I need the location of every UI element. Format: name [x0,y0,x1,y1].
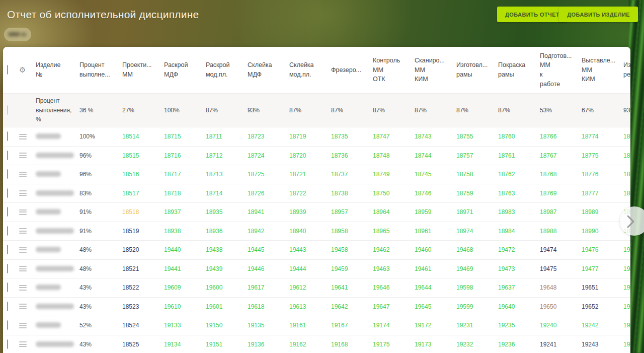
add-report-button[interactable]: ДОБАВИТЬ ОТЧЕТ [497,7,568,22]
table-row[interactable]: 43% 185231961019601196181961319642196471… [3,297,630,316]
op-number[interactable]: 19460 [415,246,456,253]
table-row[interactable]: 48% 185211944119439194461944419459194631… [3,259,630,278]
op-number[interactable]: 19458 [331,246,373,253]
op-number[interactable]: 19596 [623,303,630,310]
table-row[interactable]: 43% 185221960919600196171961219641196461… [3,278,630,297]
op-number[interactable]: 18723 [248,133,289,140]
op-number[interactable]: 18750 [373,190,415,197]
op-number[interactable]: 18522 [122,284,164,291]
op-number[interactable]: 18964 [373,208,415,216]
op-number[interactable]: 18769 [540,190,582,197]
table-row[interactable]: 91% 185181893718935189411893918957189641… [3,202,630,222]
op-number[interactable]: 19650 [540,303,582,310]
add-item-button[interactable]: ДОБАВИТЬ ИЗДЕЛИЕ [559,7,638,22]
op-number[interactable]: 19477 [582,265,623,272]
op-number[interactable]: 18965 [373,228,415,235]
row-checkbox[interactable] [7,264,19,273]
table-row[interactable]: 52% 185241913319150191351916119167191741… [3,316,630,335]
op-number[interactable]: 18725 [248,171,289,178]
masked-chip[interactable] [4,28,31,41]
row-checkbox[interactable] [7,227,19,236]
op-number[interactable]: 19446 [248,265,289,272]
op-number[interactable]: 18721 [289,171,331,178]
op-number[interactable]: 19645 [415,303,456,310]
op-number[interactable]: 19648 [540,284,582,291]
op-number[interactable]: 18961 [415,228,456,235]
op-number[interactable]: 19474 [540,246,582,253]
op-number[interactable]: 18763 [498,190,540,197]
op-number[interactable]: 18717 [164,171,206,178]
op-number[interactable]: 18774 [582,133,623,140]
table-row[interactable]: 91% 185191893818936189421894018958189651… [3,222,630,241]
op-number[interactable]: 19232 [456,341,498,348]
op-number[interactable]: 19651 [582,284,623,291]
row-checkbox[interactable] [7,283,19,292]
row-menu-icon[interactable] [19,208,36,216]
op-number[interactable]: 18983 [498,208,540,216]
row-checkbox[interactable] [7,189,19,198]
op-number[interactable]: 19445 [248,246,289,253]
op-number[interactable]: 19438 [206,246,248,253]
op-number[interactable]: 18936 [206,228,248,235]
row-checkbox[interactable] [7,302,19,311]
op-number[interactable]: 19168 [331,341,373,348]
op-number[interactable]: 18748 [373,152,415,159]
op-number[interactable]: 19652 [582,303,623,310]
row-menu-icon[interactable] [19,227,36,235]
op-number[interactable]: 19644 [415,284,456,291]
row-menu-icon[interactable] [19,170,36,178]
op-number[interactable]: 18515 [122,152,164,159]
op-number[interactable]: 18749 [373,171,415,178]
op-number[interactable]: 19637 [498,284,540,291]
op-number[interactable]: 18753 [623,171,630,178]
row-menu-icon[interactable] [19,303,36,311]
op-number[interactable]: 19150 [206,322,248,329]
op-number[interactable]: 19441 [164,265,206,272]
op-number[interactable]: 18777 [582,190,623,197]
op-number[interactable]: 18720 [289,152,331,159]
op-number[interactable]: 18745 [415,171,456,178]
op-number[interactable]: 18747 [373,133,415,140]
op-number[interactable]: 18935 [206,208,248,216]
op-number[interactable]: 19174 [373,322,415,329]
op-number[interactable]: 18746 [415,190,456,197]
op-number[interactable]: 19173 [415,341,456,348]
op-number[interactable]: 19646 [373,284,415,291]
op-number[interactable]: 18759 [456,190,498,197]
table-row[interactable]: 96% 185151871618712187241872018736187481… [3,146,630,165]
table-row[interactable]: 83% 185171871818714187261872218738187501… [3,184,630,203]
table-row[interactable]: 48% 185201944019438194451944319458194621… [3,240,630,259]
op-number[interactable]: 19473 [498,265,540,272]
op-number[interactable]: 19162 [289,341,331,348]
op-number[interactable]: 18767 [540,152,582,159]
op-number[interactable]: 19133 [164,322,206,329]
op-number[interactable]: 18940 [289,228,331,235]
row-checkbox[interactable] [7,151,19,160]
op-number[interactable]: 18726 [248,190,289,197]
op-number[interactable]: 18716 [164,152,206,159]
op-number[interactable]: 18942 [248,228,289,235]
op-number[interactable]: 19612 [289,284,331,291]
op-number[interactable]: 18754 [623,190,630,197]
op-number[interactable]: 18735 [331,133,373,140]
op-number[interactable]: 18518 [122,208,164,216]
op-number[interactable]: 18766 [540,133,582,140]
op-number[interactable]: 18958 [331,228,373,235]
op-number[interactable]: 18516 [122,171,164,178]
op-number[interactable]: 19241 [540,341,582,348]
op-number[interactable]: 18757 [456,152,498,159]
op-number[interactable]: 18718 [164,190,206,197]
op-number[interactable]: 18713 [206,171,248,178]
op-number[interactable]: 18987 [540,208,582,216]
op-number[interactable]: 18984 [498,228,540,235]
op-number[interactable]: 18776 [582,171,623,178]
op-number[interactable]: 18517 [122,190,164,197]
op-number[interactable]: 19618 [248,303,289,310]
op-number[interactable]: 19469 [456,265,498,272]
op-number[interactable]: 18738 [331,190,373,197]
op-number[interactable]: 18939 [289,208,331,216]
op-number[interactable]: 18715 [164,133,206,140]
op-number[interactable]: 19135 [248,322,289,329]
op-number[interactable]: 19444 [289,265,331,272]
op-number[interactable]: 19136 [248,341,289,348]
